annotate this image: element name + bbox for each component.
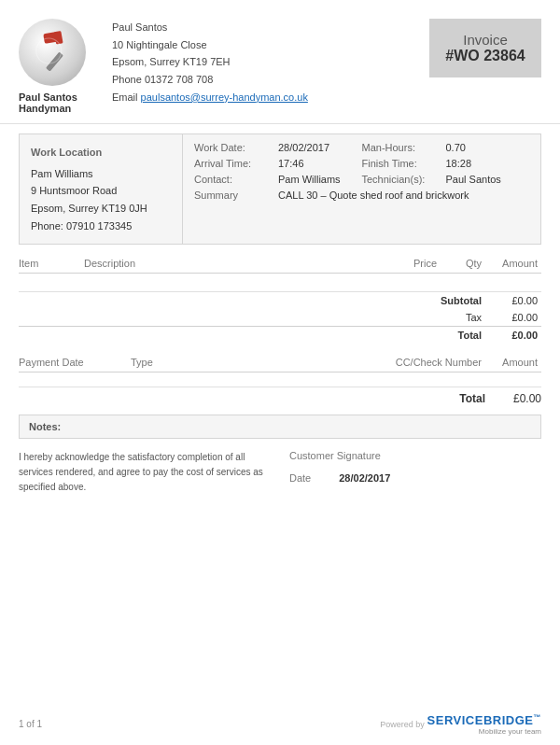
signature-section: I hereby acknowledge the satisfactory co… [19,450,541,495]
invoice-box: Invoice #WO 23864 [429,19,541,77]
contact-col: Contact: Pam Williams [194,174,362,185]
acknowledgement-text: I hereby acknowledge the satisfactory co… [19,450,271,495]
tagline: Mobilize your team [427,727,541,736]
tech-value: Paul Santos [446,174,501,185]
tech-col: Technician(s): Paul Santos [362,174,530,185]
arrival-value: 17:46 [278,158,304,169]
subtotal-value: £0.00 [485,292,541,310]
invoice-label: Invoice [439,32,532,48]
trademark: ™ [534,713,542,722]
workdate-col: Work Date: 28/02/2017 [194,142,362,153]
page-number: 1 of 1 [19,719,42,729]
brand-name: SERVICEBRIDGE™ [427,713,541,727]
sig-date-row: Date 28/02/2017 [289,472,541,484]
location-name: Pam Williams [31,165,171,183]
pay-col-amount: Amount [485,353,541,372]
contact-info: Paul Santos 10 Nightingale Close Epsom, … [103,19,420,105]
summary-value: CALL 30 – Quote shed roof and brickwork [278,190,469,201]
servicebridge-logo: Powered by SERVICEBRIDGE™ Mobilize your … [380,713,541,736]
location-label: Work Location [31,144,171,162]
work-details: Work Date: 28/02/2017 Man-Hours: 0.70 Ar… [183,134,540,244]
email-label: Email [112,91,138,103]
subtotal-label: Subtotal [441,292,485,310]
logo-area: Paul Santos Handyman [19,19,103,114]
arrival-label: Arrival Time: [194,158,278,169]
footer: 1 of 1 Powered by SERVICEBRIDGE™ Mobiliz… [19,713,541,736]
location-phone-label: Phone: [31,220,63,232]
customer-sig-line: Customer Signature [289,450,541,461]
summary-label: Summary [194,190,278,201]
tax-row: Tax £0.00 [19,309,541,327]
contact-tech-row: Contact: Pam Williams Technician(s): Pau… [194,174,529,185]
items-empty-row [19,274,541,292]
tech-label: Technician(s): [362,174,446,185]
date-manhours-row: Work Date: 28/02/2017 Man-Hours: 0.70 [194,142,529,153]
phone-label: Phone [112,74,142,85]
brand-block: SERVICEBRIDGE™ Mobilize your team [427,713,541,736]
finish-value: 18:28 [446,158,472,169]
contact-address2: Epsom, Surrey KT19 7EH [112,53,420,71]
workdate-label: Work Date: [194,142,278,153]
arrival-finish-row: Arrival Time: 17:46 Finish Time: 18:28 [194,158,529,169]
items-total-value: £0.00 [485,327,541,344]
items-table: Item Description Price Qty Amount Subtot… [19,254,541,344]
total-row: Total £0.00 [19,327,541,344]
manhours-col: Man-Hours: 0.70 [362,142,530,153]
finish-col: Finish Time: 18:28 [362,158,530,169]
work-location: Work Location Pam Williams 9 Huntsmoor R… [20,134,183,244]
company-logo [19,19,86,86]
finish-label: Finish Time: [362,158,446,169]
col-item: Item [19,254,84,274]
location-address1: 9 Huntsmoor Road [31,182,171,200]
payment-table: Payment Date Type CC/Check Number Amount… [19,353,541,405]
work-section: Work Location Pam Williams 9 Huntsmoor R… [19,134,541,245]
invoice-number: #WO 23864 [439,48,532,64]
notes-section: Notes: [19,415,541,439]
workdate-value: 28/02/2017 [278,142,329,153]
tax-label: Tax [441,309,485,327]
col-description: Description [84,254,385,274]
contact-value: Pam Williams [278,174,341,185]
powered-by-label: Powered by [380,720,425,729]
date-label: Date [289,472,311,484]
col-qty: Qty [441,254,485,274]
pay-col-ccnum: CC/Check Number [224,353,485,372]
contact-label: Contact: [194,174,278,185]
location-phone: 07910 173345 [66,220,132,232]
summary-row: Summary CALL 30 – Quote shed roof and br… [194,190,529,201]
notes-header: Notes: [20,415,540,438]
arrival-col: Arrival Time: 17:46 [194,158,362,169]
items-section: Item Description Price Qty Amount Subtot… [19,254,541,344]
col-price: Price [385,254,441,274]
contact-email-row: Email paulsantos@surrey-handyman.co.uk [112,89,420,106]
manhours-label: Man-Hours: [362,142,446,153]
col-amount: Amount [485,254,541,274]
payment-total-value: £0.00 [485,387,541,406]
contact-phone-row: Phone 01372 708 708 [112,71,420,89]
pay-col-date: Payment Date [19,353,131,372]
customer-sig-label: Customer Signature [289,450,381,461]
signature-area: Customer Signature Date 28/02/2017 [271,450,541,484]
manhours-value: 0.70 [446,142,466,153]
contact-name: Paul Santos [112,19,420,36]
contact-address1: 10 Nightingale Close [112,36,420,54]
payment-total-row: Total £0.00 [19,387,541,406]
subtotal-row: Subtotal £0.00 [19,292,541,310]
payment-total-label: Total [224,387,485,406]
phone-number: 01372 708 708 [145,74,213,85]
pay-col-type: Type [131,353,224,372]
payment-section: Payment Date Type CC/Check Number Amount… [19,353,541,405]
location-address2: Epsom, Surrey KT19 0JH [31,200,171,218]
email-link[interactable]: paulsantos@surrey-handyman.co.uk [141,91,308,103]
tax-value: £0.00 [485,309,541,327]
items-total-label: Total [441,327,485,344]
location-phone-row: Phone: 07910 173345 [31,218,171,235]
date-value: 28/02/2017 [339,472,390,484]
company-name: Paul Santos Handyman [19,91,103,114]
header: Paul Santos Handyman Paul Santos 10 Nigh… [0,0,560,124]
payment-empty-row [19,372,541,387]
